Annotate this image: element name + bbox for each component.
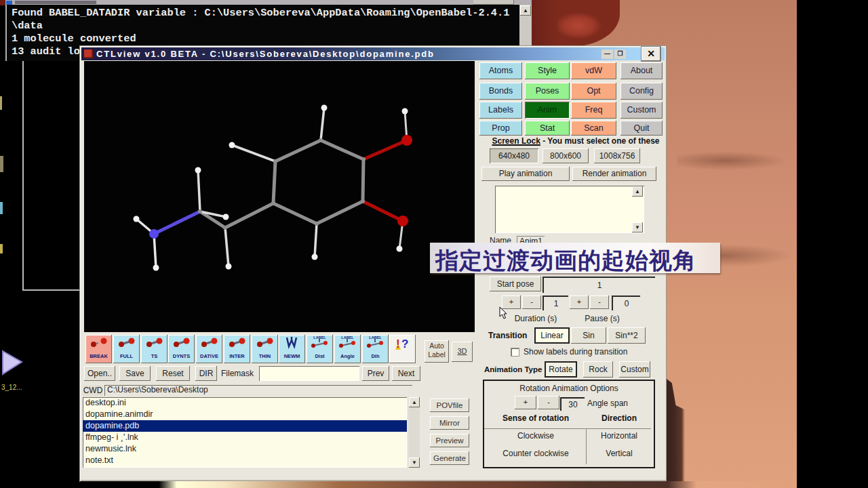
grid-button-config[interactable]: Config — [620, 83, 663, 100]
duration-minus-button[interactable]: - — [522, 296, 541, 309]
toolbar-help-icon[interactable]: !? — [389, 335, 416, 363]
vertical-button[interactable]: Vertical — [587, 449, 651, 458]
file-scroll-up[interactable]: ▲ — [409, 397, 420, 407]
render-animation-button[interactable]: Render animation — [572, 167, 656, 181]
grid-button-labels[interactable]: Labels — [479, 102, 522, 119]
preview-button[interactable]: Preview — [430, 434, 469, 447]
toolbar-dist-icon[interactable]: LABELDist — [307, 335, 333, 363]
grid-button-custom[interactable]: Custom — [620, 102, 663, 119]
resolution-1008x756[interactable]: 1008x756 — [594, 148, 640, 163]
maximize-button[interactable]: ❐ — [614, 49, 626, 59]
grid-button-opt[interactable]: Opt — [571, 83, 616, 100]
screen-lock-label-rest: - You must select one of these — [540, 136, 660, 146]
grid-button-quit[interactable]: Quit — [620, 121, 663, 136]
grid-button-poses[interactable]: Poses — [525, 83, 570, 100]
close-button[interactable]: ✕ — [642, 47, 660, 61]
play-animation-button[interactable]: Play animation — [481, 167, 570, 181]
desktop-shortcut-label[interactable]: 3_12... — [1, 384, 22, 391]
grid-button-stat[interactable]: Stat — [525, 121, 570, 136]
grid-button-style[interactable]: Style — [525, 62, 570, 79]
bond-Ctl-Ct — [275, 140, 321, 161]
counter-clockwise-button[interactable]: Counter clockwise — [486, 449, 586, 458]
bond-N-HN2 — [154, 234, 156, 268]
toolbar-thin-icon[interactable]: THIN — [252, 335, 278, 363]
ctlview-titlebar[interactable]: CTLview v1.0 BETA - C:\Users\Sobereva\De… — [81, 47, 665, 60]
minimize-button[interactable]: — — [601, 49, 613, 59]
atom-C — [361, 199, 365, 203]
animation-type-rotate[interactable]: Rotate — [545, 361, 577, 378]
transition-sin**2[interactable]: Sin**2 — [608, 327, 646, 344]
molecule-viewer[interactable] — [84, 61, 475, 332]
toolbar-inter-icon[interactable]: INTER — [224, 335, 250, 363]
atom-N — [149, 229, 159, 239]
duration-value: 1 — [542, 296, 568, 310]
mirror-button[interactable]: Mirror — [430, 416, 469, 430]
auto-label-button[interactable]: Auto Label — [425, 340, 449, 363]
povfile-button[interactable]: POVfile — [430, 399, 469, 412]
file-item[interactable]: dopamine.animdir — [83, 409, 407, 420]
clockwise-button[interactable]: Clockwise — [486, 431, 586, 441]
grid-button-about[interactable]: About — [620, 62, 663, 79]
console-scroll-up[interactable]: ▲ — [520, 5, 531, 16]
animation-type-label: Animation Type — [484, 365, 542, 373]
grid-button-freq[interactable]: Freq — [571, 102, 616, 119]
file-item[interactable]: ffmpeg- i ¸'.lnk — [83, 432, 407, 443]
file-item[interactable]: note.txt — [83, 455, 407, 466]
toolbar-dative-icon[interactable]: DATIVE — [196, 335, 222, 363]
pose-listbox[interactable]: ▲ ▼ — [495, 186, 644, 233]
toolbar-full-icon[interactable]: FULL — [113, 335, 140, 363]
transition-linear[interactable]: Linear — [534, 327, 570, 344]
open-button[interactable]: Open.. — [84, 366, 115, 381]
filemask-input[interactable] — [259, 366, 359, 381]
pose-scroll-up[interactable]: ▲ — [632, 186, 643, 197]
file-list-scrollbar[interactable]: ▲ ▼ — [408, 397, 420, 468]
grid-button-anim[interactable]: Anim — [525, 102, 570, 119]
transition-sin[interactable]: Sin — [571, 327, 606, 344]
show-labels-checkbox[interactable] — [511, 348, 519, 356]
pose-listbox-scrollbar[interactable]: ▲ ▼ — [631, 186, 644, 232]
animation-type-custom[interactable]: Custom — [619, 361, 650, 378]
svg-text:!: ! — [396, 338, 400, 350]
pause-minus-button[interactable]: - — [590, 296, 609, 309]
dir-button[interactable]: DIR — [195, 366, 217, 381]
angle-plus-button[interactable]: + — [515, 396, 536, 409]
toolbar-ts-icon[interactable]: TS — [141, 335, 167, 363]
toolbar-break-icon[interactable]: BREAK — [85, 335, 112, 363]
resolution-800x600[interactable]: 800x600 — [542, 148, 589, 163]
grid-button-bonds[interactable]: Bonds — [479, 83, 522, 100]
animation-type-rock[interactable]: Rock — [583, 361, 613, 378]
grid-button-vdw[interactable]: vdW — [571, 62, 616, 79]
generate-button[interactable]: Generate — [430, 451, 469, 465]
file-list[interactable]: desktop.inidopamine.animdirdopamine.pdbf… — [83, 397, 407, 468]
horizontal-button[interactable]: Horizontal — [587, 431, 651, 441]
file-item[interactable]: newmusic.lnk — [83, 443, 407, 455]
start-pose-value: 1 — [542, 277, 655, 293]
grid-button-scan[interactable]: Scan — [571, 121, 616, 136]
angle-minus-button[interactable]: - — [538, 396, 559, 409]
next-button[interactable]: Next — [392, 366, 420, 381]
bond-Ctr-O1 — [363, 140, 407, 159]
atom-H — [153, 265, 159, 271]
toolbar-newm-icon[interactable]: NEWM — [279, 335, 305, 363]
grid-button-atoms[interactable]: Atoms — [479, 62, 522, 79]
toolbar-icon-label: Angle — [334, 353, 361, 359]
console-titlebar-buttons[interactable] — [473, 0, 514, 5]
reset-button[interactable]: Reset — [156, 366, 190, 381]
save-button[interactable]: Save — [119, 366, 151, 381]
resolution-640x480[interactable]: 640x480 — [490, 148, 538, 163]
background-red-shape2 — [555, 12, 602, 39]
threed-button[interactable]: 3D — [452, 342, 473, 362]
toolbar-angle-icon[interactable]: LABELAngle — [334, 335, 361, 363]
pause-plus-button[interactable]: + — [570, 296, 589, 309]
pose-scroll-down[interactable]: ▼ — [632, 222, 643, 232]
grid-button-prop[interactable]: Prop — [479, 121, 522, 136]
toolbar-icon-label: THIN — [252, 353, 278, 359]
start-pose-button[interactable]: Start pose — [490, 277, 541, 291]
file-scroll-down[interactable]: ▼ — [409, 458, 420, 468]
toolbar-dynts-icon[interactable]: DYNTS — [168, 335, 195, 363]
file-item[interactable]: dopamine.pdb — [83, 420, 407, 432]
desktop-shortcut-icon[interactable] — [1, 347, 24, 381]
prev-button[interactable]: Prev — [362, 366, 389, 381]
toolbar-dih-icon[interactable]: LABELDih — [362, 335, 389, 363]
file-item[interactable]: desktop.ini — [83, 397, 407, 409]
